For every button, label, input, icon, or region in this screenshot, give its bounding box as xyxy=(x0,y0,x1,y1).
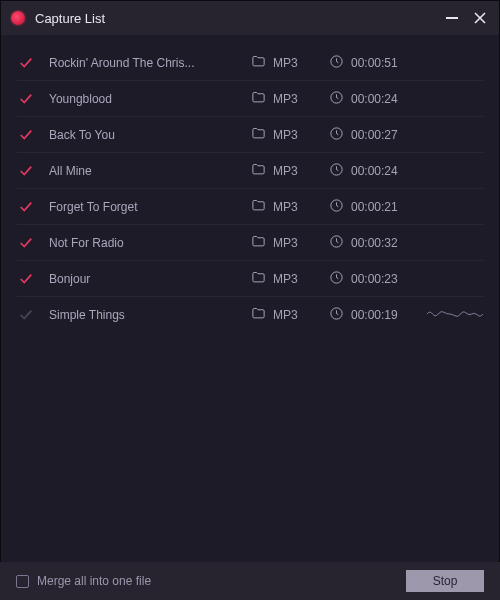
clock-icon xyxy=(329,54,344,72)
track-row[interactable]: Forget To ForgetMP300:00:21 xyxy=(17,189,483,225)
duration-label: 00:00:32 xyxy=(351,236,398,250)
folder-icon xyxy=(251,234,266,252)
folder-icon xyxy=(251,270,266,288)
format-cell: MP3 xyxy=(251,198,321,216)
track-name: Back To You xyxy=(43,128,243,142)
format-label: MP3 xyxy=(273,200,298,214)
folder-icon xyxy=(251,198,266,216)
format-label: MP3 xyxy=(273,236,298,250)
merge-label: Merge all into one file xyxy=(37,574,151,588)
checkmark-icon xyxy=(17,56,35,70)
format-cell: MP3 xyxy=(251,270,321,288)
format-label: MP3 xyxy=(273,92,298,106)
duration-label: 00:00:24 xyxy=(351,164,398,178)
duration-label: 00:00:27 xyxy=(351,128,398,142)
track-row[interactable]: All MineMP300:00:24 xyxy=(17,153,483,189)
checkbox-icon xyxy=(16,575,29,588)
duration-cell: 00:00:24 xyxy=(329,162,419,180)
track-row[interactable]: Rockin' Around The Chris...MP300:00:51 xyxy=(17,45,483,81)
duration-cell: 00:00:27 xyxy=(329,126,419,144)
duration-cell: 00:00:51 xyxy=(329,54,419,72)
clock-icon xyxy=(329,198,344,216)
minimize-button[interactable] xyxy=(445,11,459,25)
footer-bar: Merge all into one file Stop xyxy=(0,562,500,600)
record-icon xyxy=(11,11,25,25)
stop-button[interactable]: Stop xyxy=(406,570,484,592)
track-name: All Mine xyxy=(43,164,243,178)
folder-icon xyxy=(251,90,266,108)
folder-icon xyxy=(251,162,266,180)
folder-icon xyxy=(251,126,266,144)
format-cell: MP3 xyxy=(251,162,321,180)
format-cell: MP3 xyxy=(251,54,321,72)
track-name: Forget To Forget xyxy=(43,200,243,214)
track-row[interactable]: YoungbloodMP300:00:24 xyxy=(17,81,483,117)
close-button[interactable] xyxy=(473,11,487,25)
duration-cell: 00:00:32 xyxy=(329,234,419,252)
folder-icon xyxy=(251,54,266,72)
checkmark-icon xyxy=(17,128,35,142)
duration-cell: 00:00:21 xyxy=(329,198,419,216)
window-title: Capture List xyxy=(35,11,445,26)
minimize-icon xyxy=(446,17,458,19)
duration-label: 00:00:23 xyxy=(351,272,398,286)
duration-label: 00:00:51 xyxy=(351,56,398,70)
close-icon xyxy=(474,12,486,24)
format-cell: MP3 xyxy=(251,90,321,108)
track-name: Not For Radio xyxy=(43,236,243,250)
stop-button-label: Stop xyxy=(433,574,458,588)
clock-icon xyxy=(329,234,344,252)
checkmark-icon xyxy=(17,200,35,214)
format-label: MP3 xyxy=(273,272,298,286)
waveform-cell xyxy=(427,307,483,324)
checkmark-icon xyxy=(17,92,35,106)
track-row[interactable]: Not For RadioMP300:00:32 xyxy=(17,225,483,261)
checkmark-icon xyxy=(17,164,35,178)
merge-checkbox[interactable]: Merge all into one file xyxy=(16,574,151,588)
waveform-icon xyxy=(427,307,483,324)
duration-cell: 00:00:19 xyxy=(329,306,419,324)
format-label: MP3 xyxy=(273,128,298,142)
format-label: MP3 xyxy=(273,308,298,322)
window-controls xyxy=(445,11,491,25)
duration-cell: 00:00:23 xyxy=(329,270,419,288)
duration-label: 00:00:19 xyxy=(351,308,398,322)
titlebar: Capture List xyxy=(1,1,499,35)
track-name: Youngblood xyxy=(43,92,243,106)
clock-icon xyxy=(329,162,344,180)
checkmark-icon xyxy=(17,272,35,286)
format-cell: MP3 xyxy=(251,234,321,252)
clock-icon xyxy=(329,90,344,108)
capture-list: Rockin' Around The Chris...MP300:00:51Yo… xyxy=(1,35,499,333)
duration-label: 00:00:24 xyxy=(351,92,398,106)
duration-label: 00:00:21 xyxy=(351,200,398,214)
clock-icon xyxy=(329,270,344,288)
track-row[interactable]: BonjourMP300:00:23 xyxy=(17,261,483,297)
format-cell: MP3 xyxy=(251,126,321,144)
folder-icon xyxy=(251,306,266,324)
track-row[interactable]: Back To YouMP300:00:27 xyxy=(17,117,483,153)
format-label: MP3 xyxy=(273,56,298,70)
track-name: Bonjour xyxy=(43,272,243,286)
track-name: Simple Things xyxy=(43,308,243,322)
format-cell: MP3 xyxy=(251,306,321,324)
track-row[interactable]: Simple ThingsMP300:00:19 xyxy=(17,297,483,333)
checkmark-icon xyxy=(17,236,35,250)
clock-icon xyxy=(329,126,344,144)
duration-cell: 00:00:24 xyxy=(329,90,419,108)
track-name: Rockin' Around The Chris... xyxy=(43,56,243,70)
clock-icon xyxy=(329,306,344,324)
format-label: MP3 xyxy=(273,164,298,178)
checkmark-dim-icon xyxy=(17,308,35,322)
